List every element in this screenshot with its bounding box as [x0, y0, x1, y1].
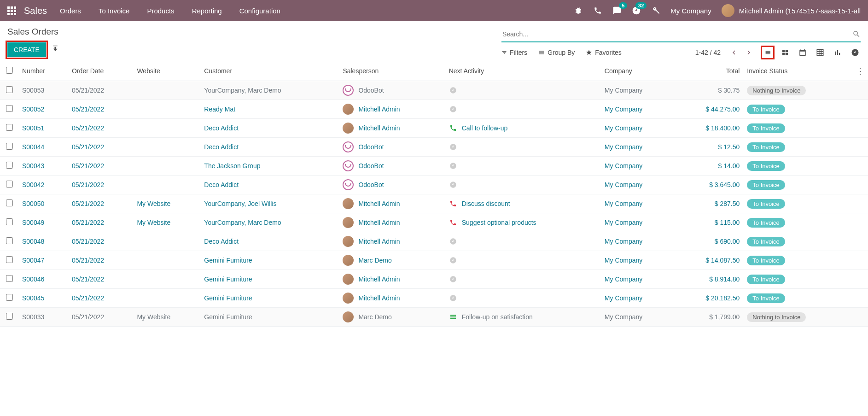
pager-next-icon[interactable] [745, 48, 753, 57]
phone-icon[interactable] [449, 199, 457, 208]
order-number[interactable]: S00043 [22, 162, 44, 170]
clock-icon[interactable] [449, 275, 457, 283]
groupby-button[interactable]: Group By [538, 49, 575, 56]
table-row[interactable]: S0004305/21/2022The Jackson GroupOdooBot… [0, 157, 868, 176]
row-checkbox[interactable] [6, 162, 13, 169]
table-row[interactable]: S0005105/21/2022Deco AddictMitchell Admi… [0, 119, 868, 138]
nav-configuration[interactable]: Configuration [239, 7, 280, 15]
table-row[interactable]: S0004205/21/2022Deco AddictOdooBotMy Com… [0, 176, 868, 194]
table-row[interactable]: S0004505/21/2022Gemini FurnitureMitchell… [0, 289, 868, 308]
search-box[interactable] [501, 27, 861, 42]
view-activity-icon[interactable] [850, 47, 861, 58]
clock-icon[interactable] [449, 143, 457, 151]
row-checkbox[interactable] [6, 294, 13, 301]
table-row[interactable]: S0005005/21/2022My WebsiteYourCompany, J… [0, 194, 868, 213]
clock-icon[interactable] [449, 237, 457, 246]
clock-icon[interactable] [449, 105, 457, 113]
table-row[interactable]: S0003305/21/2022My WebsiteGemini Furnitu… [0, 308, 868, 327]
table-row[interactable]: S0004805/21/2022Deco AddictMitchell Admi… [0, 232, 868, 251]
col-salesperson[interactable]: Salesperson [339, 61, 445, 81]
view-kanban-icon[interactable] [780, 47, 791, 58]
col-total[interactable]: Total [676, 61, 744, 81]
col-company[interactable]: Company [601, 61, 676, 81]
cell-date: 05/21/2022 [68, 194, 133, 213]
row-checkbox[interactable] [6, 275, 13, 282]
favorites-button[interactable]: Favorites [586, 49, 622, 56]
phone-icon[interactable] [449, 218, 457, 227]
order-number[interactable]: S00044 [22, 143, 44, 151]
create-button[interactable]: CREATE [7, 42, 46, 57]
app-brand[interactable]: Sales [24, 6, 47, 16]
pager-prev-icon[interactable] [730, 48, 738, 57]
col-customer[interactable]: Customer [200, 61, 339, 81]
row-checkbox[interactable] [6, 86, 13, 93]
order-number[interactable]: S00050 [22, 200, 44, 207]
clock-icon[interactable] [449, 181, 457, 189]
clock-icon[interactable] [449, 256, 457, 264]
search-icon[interactable] [852, 30, 861, 38]
company-switcher[interactable]: My Company [670, 7, 711, 15]
row-checkbox[interactable] [6, 105, 13, 112]
row-checkbox[interactable] [6, 237, 13, 244]
phone-icon[interactable] [449, 124, 457, 132]
row-checkbox[interactable] [6, 181, 13, 187]
table-row[interactable]: S0004705/21/2022Gemini FurnitureMarc Dem… [0, 251, 868, 270]
cell-salesperson: Mitchell Admin [339, 232, 445, 251]
clock-icon[interactable] [449, 294, 457, 302]
nav-to-invoice[interactable]: To Invoice [99, 7, 130, 15]
view-pivot-icon[interactable] [815, 47, 826, 58]
order-number[interactable]: S00053 [22, 87, 44, 94]
nav-orders[interactable]: Orders [60, 7, 81, 15]
view-list-icon[interactable] [762, 47, 773, 58]
col-invoice-status[interactable]: Invoice Status [743, 61, 852, 81]
pager[interactable]: 1-42 / 42 [695, 49, 721, 56]
tools-icon[interactable] [651, 6, 660, 15]
cell-website [133, 176, 200, 194]
order-number[interactable]: S00042 [22, 181, 44, 188]
search-input[interactable] [501, 29, 852, 40]
apps-icon[interactable] [7, 6, 16, 15]
phone-icon[interactable] [593, 6, 602, 15]
row-checkbox[interactable] [6, 199, 13, 206]
table-row[interactable]: S0004405/21/2022Deco AddictOdooBotMy Com… [0, 138, 868, 157]
table-row[interactable]: S0005205/21/2022Ready MatMitchell AdminM… [0, 100, 868, 119]
row-checkbox[interactable] [6, 256, 13, 263]
bug-icon[interactable] [574, 6, 583, 15]
col-order-date[interactable]: Order Date [68, 61, 133, 81]
col-website[interactable]: Website [133, 61, 200, 81]
cell-empty [852, 194, 868, 213]
view-graph-icon[interactable] [832, 47, 843, 58]
nav-reporting[interactable]: Reporting [192, 7, 222, 15]
select-all-checkbox[interactable] [6, 67, 13, 74]
download-icon[interactable] [52, 46, 59, 54]
table-row[interactable]: S0004905/21/2022My WebsiteYourCompany, M… [0, 213, 868, 232]
activities-icon[interactable]: 32 [632, 6, 641, 15]
row-checkbox[interactable] [6, 124, 13, 131]
nav-products[interactable]: Products [147, 7, 174, 15]
table-row[interactable]: S0004605/21/2022Gemini FurnitureMitchell… [0, 270, 868, 289]
cell-date: 05/21/2022 [68, 270, 133, 289]
view-calendar-icon[interactable] [797, 47, 808, 58]
row-checkbox[interactable] [6, 218, 13, 225]
clock-icon[interactable] [449, 86, 457, 94]
order-number[interactable]: S00047 [22, 257, 44, 264]
order-number[interactable]: S00048 [22, 238, 44, 245]
messages-icon[interactable]: 5 [612, 6, 622, 15]
clock-icon[interactable] [449, 162, 457, 170]
table-row[interactable]: S0005305/21/2022YourCompany, Marc DemoOd… [0, 81, 868, 100]
status-badge: To Invoice [747, 123, 785, 133]
row-checkbox[interactable] [6, 143, 13, 150]
col-options[interactable]: ⋮ [852, 61, 868, 81]
row-checkbox[interactable] [6, 313, 13, 320]
order-number[interactable]: S00051 [22, 124, 44, 132]
order-number[interactable]: S00049 [22, 219, 44, 226]
activity-bars-icon[interactable] [449, 313, 457, 321]
col-number[interactable]: Number [18, 61, 68, 81]
order-number[interactable]: S00046 [22, 275, 44, 283]
order-number[interactable]: S00052 [22, 105, 44, 113]
order-number[interactable]: S00045 [22, 294, 44, 302]
col-next-activity[interactable]: Next Activity [445, 61, 601, 81]
filters-button[interactable]: Filters [501, 49, 527, 56]
user-menu[interactable]: Mitchell Admin (15745157-saas-15-1-all [722, 4, 861, 17]
order-number[interactable]: S00033 [22, 313, 44, 321]
